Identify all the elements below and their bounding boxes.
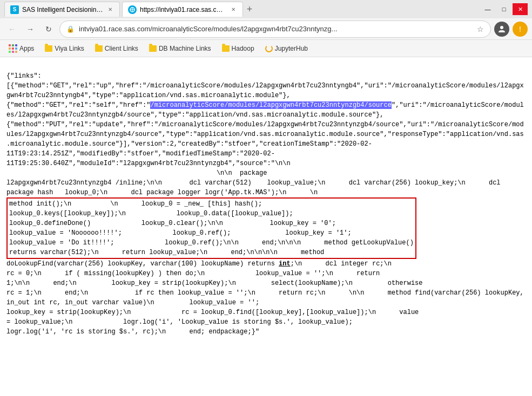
folder-icon-client: [95, 45, 103, 52]
folder-icon-viya: [45, 45, 52, 52]
new-tab-button[interactable]: +: [243, 3, 256, 16]
title-bar: S SAS Intelligent Decisioning - SAS ✕ ht…: [0, 0, 532, 18]
json-content: {"links": [{"method":"GET","rel":"up","h…: [6, 72, 524, 196]
int-text: int: [279, 260, 291, 268]
tab-url-label: https://intviya01.race.sas.com/mi: [140, 6, 226, 13]
bookmark-client-links[interactable]: Client Links: [91, 43, 143, 54]
warning-icon[interactable]: !: [513, 22, 528, 37]
bookmark-hadoop-label: Hadoop: [232, 45, 254, 52]
tab-sas-close[interactable]: ✕: [106, 6, 114, 13]
bookmarks-bar: Apps Viya Links Client Links DB Machine …: [0, 40, 532, 57]
forward-button[interactable]: →: [23, 22, 38, 37]
tab-url[interactable]: https://intviya01.race.sas.com/mi ✕: [122, 2, 243, 17]
tab-strip: S SAS Intelligent Decisioning - SAS ✕ ht…: [4, 2, 478, 17]
tab-url-icon: [128, 5, 137, 14]
refresh-button[interactable]: ↻: [41, 22, 56, 37]
spinning-icon-jupyter: [265, 45, 273, 52]
window-controls: — □ ✕: [480, 3, 528, 15]
tab-sas[interactable]: S SAS Intelligent Decisioning - SAS ✕: [4, 2, 120, 17]
back-button[interactable]: ←: [4, 22, 19, 37]
tab-sas-label: SAS Intelligent Decisioning - SAS: [22, 6, 103, 13]
apps-grid-icon: [9, 44, 17, 53]
highlighted-code-block: method init();\n \n lookup_0 = _new_ [th…: [6, 197, 416, 259]
lock-icon: 🔒: [66, 25, 75, 33]
bookmark-viya-links[interactable]: Viya Links: [41, 43, 88, 54]
sas-tab-icon: S: [10, 5, 19, 14]
close-button[interactable]: ✕: [513, 3, 528, 15]
bookmark-viya-label: Viya Links: [55, 45, 84, 52]
bookmark-jupyterhub[interactable]: JupyterHub: [261, 43, 312, 54]
bookmark-jupyter-label: JupyterHub: [275, 45, 308, 52]
tab-url-close[interactable]: ✕: [230, 6, 237, 13]
maximize-button[interactable]: □: [496, 3, 511, 15]
bookmark-db-links[interactable]: DB Machine Links: [145, 43, 216, 54]
minimize-button[interactable]: —: [480, 3, 495, 15]
bookmark-client-label: Client Links: [105, 45, 138, 52]
url-text: intviya01.race.sas.com/microanalyticScor…: [79, 25, 473, 33]
address-bar: ← → ↻ 🔒 intviya01.race.sas.com/microanal…: [0, 18, 532, 40]
folder-icon-db: [149, 45, 157, 52]
url-bar[interactable]: 🔒 intviya01.race.sas.com/microanalyticSc…: [59, 21, 491, 38]
profile-icon[interactable]: [494, 22, 509, 37]
code-post-highlight: doLookupFind(varchar(256) lookupKey, var…: [6, 260, 528, 336]
folder-icon-hadoop: [222, 45, 230, 52]
bookmark-star-icon[interactable]: ☆: [477, 25, 484, 33]
bookmark-hadoop[interactable]: Hadoop: [218, 43, 259, 54]
apps-label: Apps: [19, 45, 34, 52]
content-area: {"links": [{"method":"GET","rel":"up","h…: [0, 57, 532, 396]
svg-point-3: [500, 26, 503, 29]
bookmark-apps[interactable]: Apps: [4, 43, 38, 54]
bookmark-db-label: DB Machine Links: [159, 45, 211, 52]
url-highlight: /microanalyticScore/modules/l2apgxgwn4rb…: [150, 101, 391, 109]
